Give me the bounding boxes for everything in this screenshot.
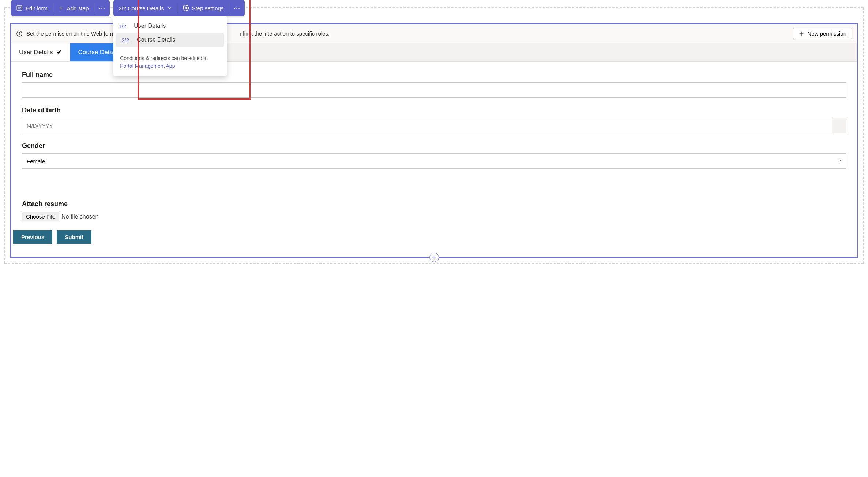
date-picker-button[interactable] bbox=[832, 118, 846, 133]
step-settings-button[interactable]: Step settings bbox=[177, 0, 229, 16]
ellipsis-icon bbox=[99, 8, 105, 9]
previous-button[interactable]: Previous bbox=[13, 230, 52, 244]
add-step-button[interactable]: Add step bbox=[53, 0, 94, 16]
svg-point-6 bbox=[185, 7, 187, 9]
gender-select[interactable] bbox=[22, 153, 846, 169]
field-resume: Attach resume Choose File No file chosen bbox=[22, 200, 846, 221]
form-icon bbox=[16, 5, 23, 11]
toolbar-steps-wrap: 2/2 Course Details Step settings bbox=[113, 0, 245, 16]
form-body: Full name Date of birth Gender bbox=[11, 62, 857, 257]
new-permission-label: New permission bbox=[807, 30, 846, 37]
dropdown-item-user-details[interactable]: 1/2 User Details bbox=[113, 19, 227, 33]
plus-icon bbox=[799, 31, 804, 37]
gear-icon bbox=[183, 5, 189, 11]
submit-button[interactable]: Submit bbox=[57, 230, 91, 244]
svg-point-9 bbox=[19, 32, 19, 33]
step-more-button[interactable] bbox=[229, 0, 245, 16]
tab-user-details[interactable]: User Details ✔ bbox=[11, 43, 70, 61]
step-name-label: User Details bbox=[134, 23, 166, 29]
svg-point-3 bbox=[20, 7, 21, 7]
choose-file-button[interactable]: Choose File bbox=[22, 212, 59, 221]
field-gender: Gender bbox=[22, 142, 846, 169]
step-settings-label: Step settings bbox=[192, 5, 224, 11]
toolbars: Edit form Add step 2/2 Course Details bbox=[11, 0, 245, 16]
step-fraction: 2/2 bbox=[121, 37, 132, 43]
dropdown-item-course-details[interactable]: 2/2 Course Details bbox=[116, 33, 224, 47]
toolbar-primary: Edit form Add step bbox=[11, 0, 110, 16]
full-name-input[interactable] bbox=[22, 82, 846, 98]
step-fraction: 1/2 bbox=[119, 23, 129, 29]
gender-label: Gender bbox=[22, 142, 846, 150]
field-dob: Date of birth bbox=[22, 107, 846, 133]
step-name-label: Course Details bbox=[137, 37, 175, 43]
check-icon: ✔ bbox=[57, 48, 62, 56]
step-selector-label: 2/2 Course Details bbox=[119, 5, 164, 11]
step-selector-button[interactable]: 2/2 Course Details bbox=[113, 0, 177, 16]
more-button[interactable] bbox=[94, 0, 110, 16]
canvas-outer: Edit form Add step 2/2 Course Details bbox=[4, 7, 864, 264]
dropdown-footer-text: Conditions & redirects can be edited in bbox=[120, 55, 208, 61]
dob-input[interactable] bbox=[22, 118, 832, 133]
file-status: No file chosen bbox=[61, 213, 98, 220]
tab-label: Course Details bbox=[78, 49, 119, 56]
plus-icon: + bbox=[432, 254, 436, 261]
form-footer: Previous Submit bbox=[13, 230, 846, 250]
chevron-down-icon bbox=[167, 5, 172, 11]
resume-label: Attach resume bbox=[22, 200, 846, 208]
add-section-handle[interactable]: + bbox=[429, 253, 439, 262]
portal-management-link[interactable]: Portal Management App bbox=[120, 63, 175, 69]
dob-label: Date of birth bbox=[22, 107, 846, 114]
dropdown-footer: Conditions & redirects can be edited in … bbox=[113, 50, 227, 76]
plus-icon bbox=[58, 5, 64, 11]
info-icon bbox=[16, 30, 23, 37]
new-permission-button[interactable]: New permission bbox=[793, 28, 852, 39]
toolbar-steps: 2/2 Course Details Step settings bbox=[113, 0, 245, 16]
step-dropdown: 1/2 User Details 2/2 Course Details Cond… bbox=[113, 16, 227, 76]
edit-form-button[interactable]: Edit form bbox=[11, 0, 53, 16]
add-step-label: Add step bbox=[67, 5, 89, 11]
ellipsis-icon bbox=[234, 8, 240, 9]
tab-label: User Details bbox=[19, 49, 53, 56]
edit-form-label: Edit form bbox=[26, 5, 48, 11]
